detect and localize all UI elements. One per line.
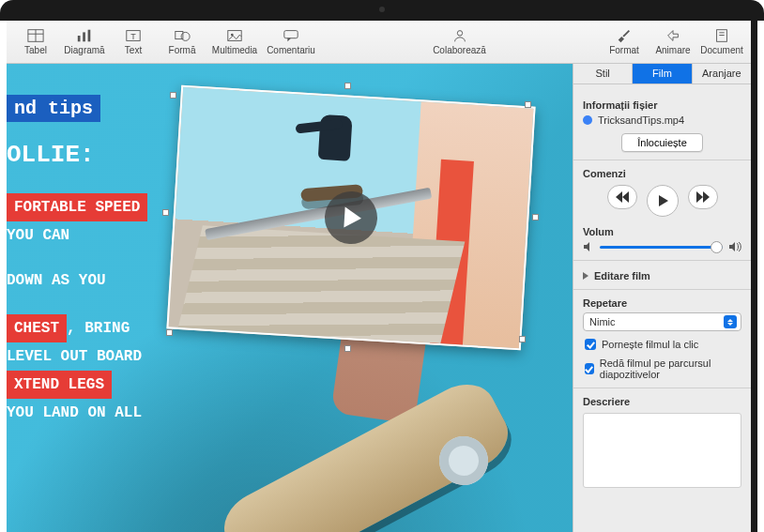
toolbar-label: Multimedia: [212, 45, 257, 55]
toolbar-label: Format: [609, 45, 639, 55]
forward-button[interactable]: [688, 185, 718, 209]
toolbar-label: Document: [700, 45, 743, 55]
brush-icon: [616, 28, 633, 43]
video-skater: [298, 114, 369, 202]
controls-label: Comenzi: [583, 168, 741, 179]
checkbox-checked-icon: [585, 363, 594, 374]
rewind-button[interactable]: [607, 185, 637, 209]
txt: YOU CAN: [7, 227, 69, 244]
description-textarea[interactable]: [583, 413, 741, 488]
toolbar-label: Colaborează: [433, 45, 486, 55]
edit-movie-label: Editare film: [594, 270, 650, 281]
svg-marker-25: [584, 242, 589, 251]
document-icon: [713, 28, 730, 43]
video-stairs: [178, 225, 466, 343]
svg-marker-26: [729, 242, 735, 251]
checkbox-label: Redă filmul pe parcursul diapozitivelor: [600, 357, 741, 380]
selection-handle[interactable]: [170, 92, 176, 99]
selection-handle[interactable]: [344, 83, 351, 89]
svg-marker-22: [659, 195, 668, 206]
toolbar-diagrama[interactable]: Diagramă: [61, 23, 108, 61]
toolbar-label: Formă: [169, 45, 196, 55]
chevron-right-icon: [583, 272, 588, 280]
volume-label: Volum: [583, 226, 741, 237]
play-across-checkbox[interactable]: Redă filmul pe parcursul diapozitivelor: [583, 357, 741, 380]
svg-rect-19: [719, 35, 724, 36]
txt: YOU LAND ON ALL: [7, 404, 142, 421]
slide-text-block: nd tips OLLIE: FORTABLE SPEED YOU CAN DO…: [7, 92, 147, 427]
comment-icon: [283, 28, 299, 43]
tab-aranjare[interactable]: Aranjare: [693, 64, 751, 84]
selection-handle[interactable]: [519, 336, 526, 342]
toolbar-label: Comentariu: [267, 45, 315, 55]
tab-film[interactable]: Film: [633, 64, 692, 84]
text-icon: T: [125, 28, 142, 43]
select-caret-icon: [724, 315, 737, 328]
selection-handle[interactable]: [525, 101, 531, 108]
svg-marker-16: [668, 31, 679, 41]
toolbar-colaboreaza[interactable]: Colaborează: [433, 23, 487, 61]
title-badge: nd tips: [7, 95, 100, 122]
repeat-select[interactable]: Nimic: [583, 312, 741, 331]
toolbar-text[interactable]: T Text: [110, 23, 157, 61]
toolbar-forma[interactable]: Formă: [159, 23, 206, 61]
subtitle: OLLIE:: [7, 141, 147, 169]
selection-handle[interactable]: [344, 345, 351, 352]
hl: XTEND LEGS: [7, 371, 112, 399]
toolbar-document[interactable]: Document: [698, 23, 745, 61]
checkbox-checked-icon: [585, 339, 596, 350]
svg-text:T: T: [130, 32, 136, 41]
selection-handle[interactable]: [166, 329, 173, 336]
toolbar-label: Animare: [655, 45, 690, 55]
start-on-click-checkbox[interactable]: Pornește filmul la clic: [583, 339, 741, 350]
media-icon: [226, 28, 243, 43]
filename: TricksandTips.mp4: [598, 114, 684, 126]
toolbar-tabel[interactable]: Tabel: [12, 23, 59, 61]
selection-handle[interactable]: [532, 214, 539, 220]
volume-slider[interactable]: [600, 246, 723, 249]
shape-icon: [174, 28, 191, 43]
repeat-label: Repetare: [583, 297, 741, 309]
volume-high-icon: [728, 241, 741, 252]
repeat-value: Nimic: [589, 316, 616, 327]
inspector-sidebar: Stil Film Aranjare Informații fișier Tri…: [573, 64, 751, 532]
toolbar-multimedia[interactable]: Multimedia: [207, 23, 262, 61]
replace-button[interactable]: Înlocuiește: [621, 133, 703, 152]
svg-rect-5: [88, 30, 91, 42]
checkbox-label: Pornește filmul la clic: [602, 339, 698, 350]
svg-rect-3: [78, 36, 81, 41]
toolbar-comentariu[interactable]: Comentariu: [264, 23, 318, 61]
slide-canvas[interactable]: nd tips OLLIE: FORTABLE SPEED YOU CAN DO…: [7, 64, 573, 532]
toolbar-animare[interactable]: Animare: [649, 23, 696, 61]
toolbar-label: Diagramă: [64, 45, 104, 55]
svg-marker-21: [616, 191, 622, 203]
svg-marker-13: [287, 38, 291, 42]
inspector-tabs: Stil Film Aranjare: [573, 64, 751, 84]
txt: LEVEL OUT BOARD: [7, 348, 142, 365]
selection-handle[interactable]: [162, 209, 169, 216]
table-icon: [27, 28, 44, 43]
txt: , BRING: [67, 320, 130, 337]
svg-rect-18: [719, 32, 724, 33]
file-info-label: Informații fișier: [583, 99, 741, 111]
toolbar-label: Text: [125, 45, 142, 55]
info-dot-icon: [583, 115, 592, 125]
toolbar-format[interactable]: Format: [601, 23, 648, 61]
toolbar-label: Tabel: [24, 45, 47, 55]
svg-marker-23: [696, 191, 703, 203]
svg-point-14: [457, 31, 462, 36]
hl: FORTABLE SPEED: [7, 193, 147, 221]
tab-stil[interactable]: Stil: [573, 64, 633, 84]
svg-rect-4: [83, 32, 85, 41]
collaborate-icon: [451, 28, 468, 43]
animate-icon: [665, 28, 681, 43]
edit-movie-disclosure[interactable]: Editare film: [583, 270, 741, 281]
description-label: Descriere: [583, 396, 741, 407]
video-object[interactable]: [166, 85, 535, 351]
svg-marker-20: [622, 191, 629, 203]
svg-rect-12: [284, 31, 298, 38]
volume-thumb[interactable]: [711, 241, 723, 253]
svg-marker-24: [703, 191, 710, 203]
play-button[interactable]: [647, 185, 679, 217]
toolbar: Tabel Diagramă T Text Formă Multimedia: [7, 21, 751, 64]
